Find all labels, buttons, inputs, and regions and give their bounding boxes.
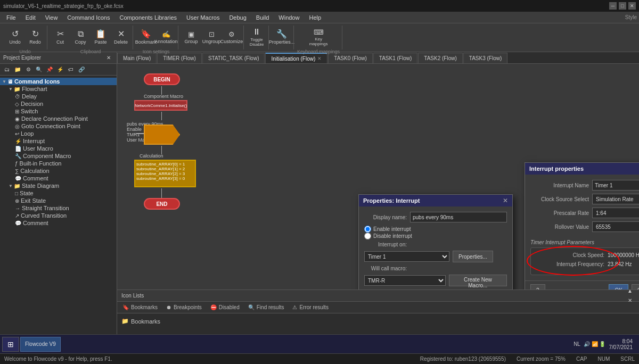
menu-command-icons[interactable]: Command Icons <box>63 13 114 22</box>
display-name-input[interactable] <box>410 212 507 222</box>
clock-source-select[interactable]: Simulation Rate <box>592 194 639 204</box>
begin-node[interactable]: BEGIN <box>144 73 180 85</box>
panel-tool-btn-7[interactable]: 🏷 <box>66 65 76 75</box>
group-button[interactable]: ▣Group <box>182 26 201 49</box>
tree-item-interrupt[interactable]: ⚡ Interrupt <box>0 137 117 145</box>
cut-button[interactable]: ✂Cut <box>51 26 70 49</box>
menu-edit[interactable]: Edit <box>21 13 40 22</box>
tree-icon: ⚡ <box>15 138 21 144</box>
bookmark-button[interactable]: 🔖Bookmark <box>136 26 155 49</box>
tree-item-command-icons[interactable]: ▼ 🖥 Command Icons <box>0 78 117 85</box>
tab-timer-flow[interactable]: TIMER (Flow) <box>157 53 202 63</box>
properties-button[interactable]: 🔧Properties... <box>272 26 291 49</box>
annotation-button[interactable]: ✍Annotation <box>157 26 176 49</box>
minimize-button[interactable]: ─ <box>609 2 617 10</box>
undo-button[interactable]: ↺Undo <box>5 26 24 49</box>
interrupt-cancel-btn[interactable]: Cancel <box>632 284 639 289</box>
menu-help[interactable]: Help <box>305 13 325 22</box>
tab-initialisation-flow[interactable]: Initialisation (Flow) ✕ <box>265 53 327 63</box>
toggle-disable-button[interactable]: ⏸ToggleDisable <box>247 26 266 49</box>
menu-window[interactable]: Window <box>274 13 304 22</box>
props-dialog-close[interactable]: ✕ <box>503 197 508 204</box>
tree-item-flowchart[interactable]: ▼ 📁 Flowchart <box>0 85 117 93</box>
props-dialog-header[interactable]: Properties: Interrupt ✕ <box>359 195 512 206</box>
close-button[interactable]: ✕ <box>628 2 636 10</box>
tab-error-results[interactable]: ⚠ Error results <box>290 303 330 311</box>
delete-button[interactable]: ✕Delete <box>111 26 130 49</box>
tree-item-comment-flowchart[interactable]: 💬 Comment <box>0 175 117 182</box>
panel-tool-btn-6[interactable]: ⚡ <box>55 65 65 75</box>
tree-item-state-diagram[interactable]: ▼ 📁 State Diagram <box>0 182 117 189</box>
tree-item-calculation[interactable]: ∑ Calculation <box>0 167 117 175</box>
tree-item-curved-transition[interactable]: ↗ Curved Transition <box>0 212 117 219</box>
tab-bookmarks[interactable]: 🔖 Bookmarks <box>120 303 160 311</box>
interrupt-on-select[interactable]: Timer 1 <box>364 251 449 262</box>
menu-build[interactable]: Build <box>252 13 273 22</box>
end-node[interactable]: END <box>144 198 180 210</box>
calculation-node[interactable]: subroutine_ARRAY[0] = 1 subroutine_ARRAY… <box>134 160 196 187</box>
tab-breakpoints[interactable]: ⏺ Breakpoints <box>164 303 204 311</box>
create-new-macro-btn[interactable]: Create New Macro... <box>449 275 507 286</box>
tree-item-comment-state[interactable]: 💬 Comment <box>0 219 117 227</box>
component-macro-label: Component Macro <box>144 94 183 99</box>
panel-close-btn[interactable]: ✕ <box>104 53 113 63</box>
tab-find-results[interactable]: 🔍 Find results <box>246 303 286 311</box>
rollover-select[interactable]: 65535 <box>592 221 639 232</box>
panel-tool-btn-1[interactable]: 🗂 <box>2 65 12 75</box>
panel-tool-btn-3[interactable]: ⚙ <box>23 65 33 75</box>
panel-tool-btn-8[interactable]: 🔗 <box>77 65 86 75</box>
ungroup-button[interactable]: ⊡Ungroup <box>202 26 221 49</box>
tab-main-flow[interactable]: Main (Flow) <box>117 53 157 63</box>
tree-item-state[interactable]: □ State <box>0 189 117 197</box>
customize-button[interactable]: ⚙Customize <box>222 26 241 49</box>
tree-item-loop[interactable]: ↩ Loop <box>0 130 117 137</box>
tree-item-straight-transition[interactable]: → Straight Transition <box>0 204 117 212</box>
start-button[interactable]: ⊞ <box>2 337 19 352</box>
redo-button[interactable]: ↻Redo <box>26 26 45 49</box>
paste-button[interactable]: 📋Paste <box>91 26 110 49</box>
enable-interrupt-radio[interactable] <box>364 226 371 233</box>
toolbar-toggle-group: ⏸ToggleDisable <box>245 26 269 49</box>
panel-tool-btn-5[interactable]: 📌 <box>45 65 54 75</box>
tab-task1-flow[interactable]: TASK1 (Flow) <box>373 53 418 63</box>
interrupt-help-btn[interactable]: ? <box>530 284 545 289</box>
main-canvas[interactable]: BEGIN Component Macro NetworkComme1.Init… <box>117 64 639 289</box>
interrupt-node[interactable] <box>144 125 180 145</box>
tree-item-decision[interactable]: ◇ Decision <box>0 100 117 107</box>
menu-view[interactable]: View <box>41 13 62 22</box>
prescaler-row: Prescalar Rate 1:64 <box>530 208 639 218</box>
tab-task0-flow[interactable]: TASK0 (Flow) <box>328 53 373 63</box>
disable-interrupt-radio[interactable] <box>364 233 371 239</box>
tree-item-user-macro[interactable]: 📄 User Macro <box>0 145 117 152</box>
menu-debug[interactable]: Debug <box>225 13 250 22</box>
tree-item-switch[interactable]: ⊞ Switch <box>0 107 117 115</box>
menu-user-macros[interactable]: User Macros <box>182 13 224 22</box>
taskbar-app-button[interactable]: Flowcode V9 <box>20 337 61 352</box>
menu-components-libraries[interactable]: Components Libraries <box>115 13 181 22</box>
tab-disabled[interactable]: ⛔ Disabled <box>208 303 242 311</box>
tab-static-task-flow[interactable]: STATIC_TASK (Flow) <box>202 53 265 63</box>
tree-item-component-macro[interactable]: 🔧 Component Macro <box>0 152 117 160</box>
tree-item-declare-connection[interactable]: ◉ Declare Connection Point <box>0 115 117 122</box>
will-call-select[interactable]: TMR-R <box>364 275 446 286</box>
menu-file[interactable]: File <box>2 13 20 22</box>
content-area: Project Explorer ✕ 🗂 📁 ⚙ 🔍 📌 ⚡ 🏷 🔗 ▼ 🖥 <box>0 52 639 364</box>
copy-button[interactable]: ⧉Copy <box>71 26 90 49</box>
panel-tool-btn-4[interactable]: 🔍 <box>34 65 44 75</box>
tree-item-delay[interactable]: ⏱ Delay <box>0 93 117 100</box>
tree-item-goto-connection[interactable]: ◎ Goto Connection Point <box>0 122 117 130</box>
maximize-button[interactable]: □ <box>619 2 626 10</box>
tab-task3-flow[interactable]: TASK3 (Flow) <box>463 53 508 63</box>
key-mappings-button[interactable]: ⌨Keymappings <box>309 26 328 49</box>
prescaler-select[interactable]: 1:64 <box>592 208 639 218</box>
interrupt-dialog-header[interactable]: Interrupt properties ✕ <box>525 163 639 175</box>
properties-btn[interactable]: Properties... <box>453 251 493 262</box>
panel-tool-btn-2[interactable]: 📁 <box>13 65 22 75</box>
tab-task2-flow[interactable]: TASK2 (Flow) <box>418 53 463 63</box>
interrupt-ok-btn[interactable]: OK <box>609 284 628 289</box>
interrupt-name-input[interactable] <box>592 180 639 191</box>
tree-item-builtin-function[interactable]: ƒ Built-in Function <box>0 160 117 167</box>
component-macro-node[interactable]: NetworkComme1.Initialise() <box>134 100 187 111</box>
tree-item-exit-state[interactable]: ⊗ Exit State <box>0 197 117 204</box>
tab-close-icon[interactable]: ✕ <box>317 56 322 61</box>
